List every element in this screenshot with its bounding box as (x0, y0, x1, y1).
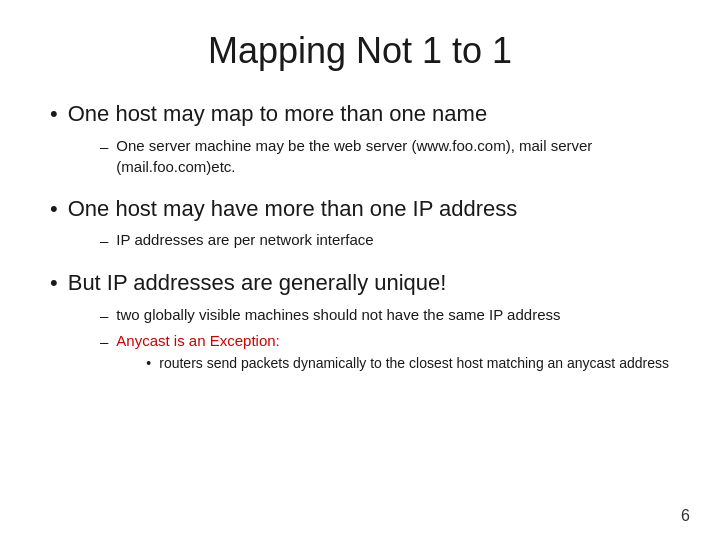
main-bullet-1: • One host may map to more than one name (50, 100, 670, 129)
sub-dash-1-1: – (100, 136, 108, 157)
bullet-section-2: • One host may have more than one IP add… (50, 195, 670, 252)
slide: Mapping Not 1 to 1 • One host may map to… (0, 0, 720, 540)
sub-bullet-2-1: – IP addresses are per network interface (100, 229, 670, 251)
bullet-section-3: • But IP addresses are generally unique!… (50, 269, 670, 373)
sub-bullet-3-2-content: Anycast is an Exception: • routers send … (116, 330, 669, 374)
sub-bullet-3-1-text: two globally visible machines should not… (116, 304, 560, 325)
sub-sub-bullet-3-2-1: • routers send packets dynamically to th… (146, 354, 669, 374)
bullet-dot-2: • (50, 195, 58, 224)
sub-bullets-3: – two globally visible machines should n… (50, 304, 670, 374)
sub-bullet-1-1-text: One server machine may be the web server… (116, 135, 670, 177)
sub-sub-bullets-3-2: • routers send packets dynamically to th… (116, 354, 669, 374)
sub-dash-2-1: – (100, 230, 108, 251)
sub-sub-dot-3-2-1: • (146, 354, 151, 374)
bullet-section-1: • One host may map to more than one name… (50, 100, 670, 177)
sub-dash-3-2: – (100, 331, 108, 352)
main-bullet-2-text: One host may have more than one IP addre… (68, 195, 518, 224)
bullet-dot-3: • (50, 269, 58, 298)
sub-bullet-3-1: – two globally visible machines should n… (100, 304, 670, 326)
main-bullet-3-text: But IP addresses are generally unique! (68, 269, 447, 298)
slide-title: Mapping Not 1 to 1 (50, 30, 670, 72)
page-number: 6 (681, 507, 690, 525)
bullet-dot-1: • (50, 100, 58, 129)
sub-bullet-1-1: – One server machine may be the web serv… (100, 135, 670, 177)
sub-dash-3-1: – (100, 305, 108, 326)
anycast-label: Anycast is an Exception: (116, 332, 279, 349)
sub-bullets-1: – One server machine may be the web serv… (50, 135, 670, 177)
main-bullet-2: • One host may have more than one IP add… (50, 195, 670, 224)
slide-content: • One host may map to more than one name… (50, 100, 670, 500)
main-bullet-3: • But IP addresses are generally unique! (50, 269, 670, 298)
sub-bullets-2: – IP addresses are per network interface (50, 229, 670, 251)
sub-bullet-3-2: – Anycast is an Exception: • routers sen… (100, 330, 670, 374)
sub-sub-bullet-3-2-1-text: routers send packets dynamically to the … (159, 354, 669, 374)
main-bullet-1-text: One host may map to more than one name (68, 100, 487, 129)
sub-bullet-2-1-text: IP addresses are per network interface (116, 229, 373, 250)
